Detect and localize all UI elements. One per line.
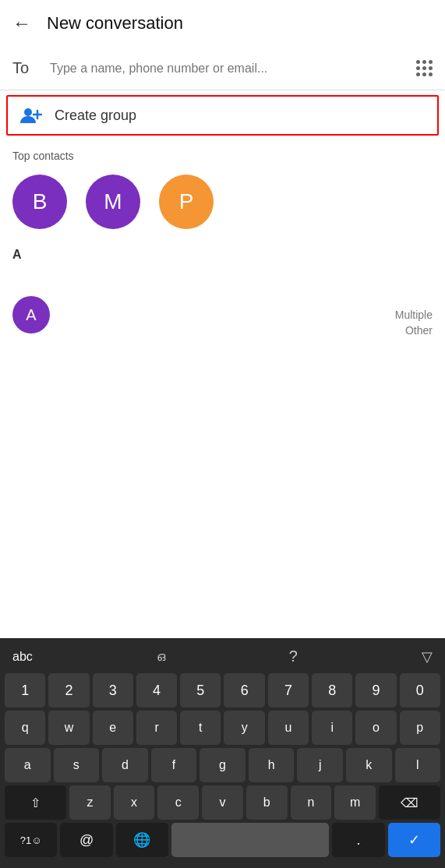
key-k[interactable]: k (346, 748, 392, 782)
key-symbols[interactable]: ?1☺ (5, 823, 57, 857)
to-label: To (12, 59, 41, 77)
key-r[interactable]: r (136, 711, 177, 745)
key-p[interactable]: p (400, 711, 440, 745)
key-q[interactable]: q (5, 711, 45, 745)
key-f[interactable]: f (151, 748, 197, 782)
key-n[interactable]: n (291, 785, 332, 820)
key-y[interactable]: y (224, 711, 264, 745)
key-9[interactable]: 9 (355, 673, 396, 707)
contacts-grid-icon[interactable] (416, 60, 433, 76)
key-j[interactable]: j (297, 748, 343, 782)
keyboard: abc ഒ ? ▽ 1 2 3 4 5 6 7 8 9 0 q w e r t … (0, 638, 445, 868)
key-4[interactable]: 4 (136, 673, 177, 707)
keyboard-row-zxcv: ⇧ z x c v b n m ⌫ (3, 785, 442, 820)
keyboard-lang-abc[interactable]: abc (12, 650, 33, 664)
page-title: New conversation (47, 13, 183, 34)
key-d[interactable]: d (102, 748, 148, 782)
key-6[interactable]: 6 (224, 673, 264, 707)
multiple-label: Multiple (395, 309, 433, 321)
create-group-button[interactable]: Create group (6, 95, 439, 136)
key-a[interactable]: a (5, 748, 51, 782)
key-8[interactable]: 8 (312, 673, 352, 707)
other-label: Other (405, 324, 433, 337)
section-letter-a: A (0, 242, 445, 265)
contact-avatar-a: A (12, 296, 50, 333)
key-t[interactable]: t (180, 711, 221, 745)
key-l[interactable]: l (395, 748, 441, 782)
add-group-icon (20, 106, 42, 125)
key-x[interactable]: x (114, 785, 155, 820)
key-5[interactable]: 5 (180, 673, 221, 707)
space-key[interactable] (171, 823, 329, 857)
keyboard-row-qwerty: q w e r t y u i o p (3, 711, 442, 745)
keyboard-bottom-row: ?1☺ @ 🌐 . ✓ (3, 823, 442, 857)
enter-key[interactable]: ✓ (388, 823, 440, 857)
content-area: Top contacts B M P A A Multiple Other (0, 140, 445, 673)
keyboard-row-asdf: a s d f g h j k l (3, 748, 442, 782)
key-c[interactable]: c (157, 785, 199, 820)
svg-point-0 (24, 108, 32, 116)
key-1[interactable]: 1 (5, 673, 45, 707)
key-s[interactable]: s (54, 748, 100, 782)
contact-avatar-p[interactable]: P (159, 175, 214, 229)
shift-key[interactable]: ⇧ (5, 785, 66, 820)
key-at[interactable]: @ (60, 823, 112, 857)
key-e[interactable]: e (93, 711, 133, 745)
header: ← New conversation (0, 0, 445, 47)
top-contacts-label: Top contacts (0, 140, 445, 168)
key-7[interactable]: 7 (268, 673, 309, 707)
key-b[interactable]: b (246, 785, 288, 820)
keyboard-lang-symbol[interactable]: ഒ (157, 650, 165, 664)
contact-avatar-b[interactable]: B (12, 175, 67, 229)
key-period[interactable]: . (332, 823, 384, 857)
create-group-label: Create group (55, 108, 136, 124)
key-0[interactable]: 0 (400, 673, 440, 707)
key-g[interactable]: g (200, 748, 245, 782)
to-row: To (0, 47, 445, 90)
keyboard-number-row: 1 2 3 4 5 6 7 8 9 0 (3, 673, 442, 707)
keyboard-help-icon[interactable]: ? (289, 647, 298, 665)
top-contacts-row: B M P (0, 168, 445, 242)
recipient-input[interactable] (50, 62, 416, 76)
key-h[interactable]: h (249, 748, 295, 782)
key-2[interactable]: 2 (48, 673, 89, 707)
back-button[interactable]: ← (12, 14, 31, 33)
contact-a-item[interactable]: A Multiple Other (0, 288, 445, 341)
contact-avatar-m[interactable]: M (86, 175, 140, 229)
key-m[interactable]: m (334, 785, 376, 820)
key-w[interactable]: w (48, 711, 89, 745)
key-z[interactable]: z (69, 785, 111, 820)
key-3[interactable]: 3 (93, 673, 133, 707)
key-globe-icon[interactable]: 🌐 (116, 823, 168, 857)
key-v[interactable]: v (202, 785, 243, 820)
key-o[interactable]: o (355, 711, 396, 745)
keyboard-collapse-icon[interactable]: ▽ (422, 648, 433, 665)
key-i[interactable]: i (312, 711, 352, 745)
backspace-key[interactable]: ⌫ (379, 785, 440, 820)
key-u[interactable]: u (268, 711, 309, 745)
keyboard-top-bar: abc ഒ ? ▽ (3, 643, 442, 673)
